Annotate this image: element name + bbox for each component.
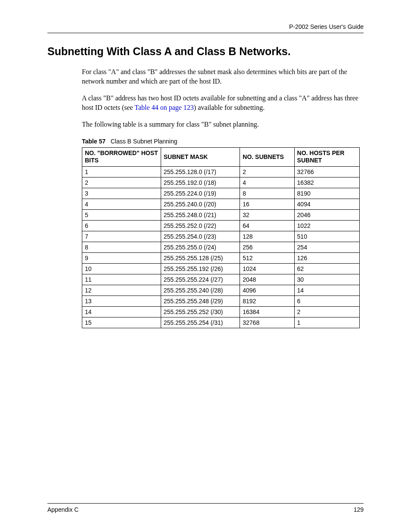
footer-left: Appendix C (47, 506, 78, 513)
table-row: 9255.255.255.128 (/25)512126 (82, 252, 360, 263)
table-row: 2255.255.192.0 (/18)416382 (82, 177, 360, 188)
cell-bits: 9 (82, 252, 161, 263)
cell-bits: 15 (82, 317, 161, 328)
cell-mask: 255.255.255.252 (/30) (161, 306, 240, 317)
table-row: 11255.255.255.224 (/27)204830 (82, 274, 360, 285)
cell-mask: 255.255.224.0 (/19) (161, 188, 240, 199)
table-row: 4255.255.240.0 (/20)164094 (82, 199, 360, 209)
cell-hosts: 2046 (294, 209, 359, 220)
cell-hosts: 6 (294, 296, 359, 306)
cell-subnets: 32768 (240, 317, 294, 328)
cell-bits: 3 (82, 188, 161, 199)
cell-subnets: 512 (240, 252, 294, 263)
cell-hosts: 2 (294, 306, 359, 317)
cell-bits: 1 (82, 166, 161, 177)
cell-bits: 6 (82, 220, 161, 231)
th-no-subnets: NO. SUBNETS (240, 147, 294, 166)
cell-mask: 255.255.240.0 (/20) (161, 199, 240, 209)
para2-post: ) available for subnetting. (194, 104, 265, 111)
cell-hosts: 254 (294, 242, 359, 252)
subnet-table: NO. "BORROWED" HOST BITS SUBNET MASK NO.… (82, 147, 360, 328)
cell-subnets: 256 (240, 242, 294, 252)
cell-hosts: 1 (294, 317, 359, 328)
cell-bits: 4 (82, 199, 161, 209)
table-row: 3255.255.224.0 (/19)88190 (82, 188, 360, 199)
cell-bits: 12 (82, 285, 161, 296)
th-hosts-per: NO. HOSTS PER SUBNET (294, 147, 359, 166)
cross-ref-link[interactable]: Table 44 on page 123 (134, 104, 194, 111)
section-title: Subnetting With Class A and Class B Netw… (47, 45, 364, 58)
cell-mask: 255.255.255.254 (/31) (161, 317, 240, 328)
cell-mask: 255.255.255.240 (/28) (161, 285, 240, 296)
cell-bits: 2 (82, 177, 161, 188)
cell-subnets: 16384 (240, 306, 294, 317)
cell-subnets: 2 (240, 166, 294, 177)
cell-bits: 5 (82, 209, 161, 220)
cell-mask: 255.255.128.0 (/17) (161, 166, 240, 177)
cell-hosts: 14 (294, 285, 359, 296)
table-caption-text: Class B Subnet Planning (111, 138, 177, 145)
cell-bits: 14 (82, 306, 161, 317)
cell-subnets: 4096 (240, 285, 294, 296)
cell-mask: 255.255.255.0 (/24) (161, 242, 240, 252)
cell-subnets: 32 (240, 209, 294, 220)
cell-bits: 7 (82, 231, 161, 242)
cell-subnets: 1024 (240, 263, 294, 274)
table-row: 10255.255.255.192 (/26)102462 (82, 263, 360, 274)
cell-hosts: 30 (294, 274, 359, 285)
cell-mask: 255.255.255.128 (/25) (161, 252, 240, 263)
cell-hosts: 126 (294, 252, 359, 263)
running-header: P-2002 Series User's Guide (47, 23, 364, 33)
table-caption: Table 57 Class B Subnet Planning (82, 138, 364, 145)
table-row: 1255.255.128.0 (/17)232766 (82, 166, 360, 177)
cell-subnets: 128 (240, 231, 294, 242)
th-borrowed-bits: NO. "BORROWED" HOST BITS (82, 147, 161, 166)
cell-subnets: 8192 (240, 296, 294, 306)
table-row: 5255.255.248.0 (/21)322046 (82, 209, 360, 220)
table-header-row: NO. "BORROWED" HOST BITS SUBNET MASK NO.… (82, 147, 360, 166)
page-footer: Appendix C 129 (47, 503, 364, 513)
cell-mask: 255.255.252.0 (/22) (161, 220, 240, 231)
table-row: 7255.255.254.0 (/23)128510 (82, 231, 360, 242)
table-row: 13255.255.255.248 (/29)81926 (82, 296, 360, 306)
cell-subnets: 64 (240, 220, 294, 231)
table-caption-label: Table 57 (82, 138, 106, 145)
table-row: 6255.255.252.0 (/22)641022 (82, 220, 360, 231)
table-row: 8255.255.255.0 (/24)256254 (82, 242, 360, 252)
cell-subnets: 8 (240, 188, 294, 199)
cell-hosts: 62 (294, 263, 359, 274)
paragraph-3: The following table is a summary for cla… (82, 120, 364, 129)
guide-title: P-2002 Series User's Guide (289, 23, 364, 30)
body-text: For class "A" and class "B" addresses th… (82, 67, 364, 129)
table-row: 15255.255.255.254 (/31)327681 (82, 317, 360, 328)
cell-subnets: 16 (240, 199, 294, 209)
paragraph-1: For class "A" and class "B" addresses th… (82, 67, 364, 86)
cell-hosts: 16382 (294, 177, 359, 188)
cell-bits: 8 (82, 242, 161, 252)
cell-mask: 255.255.255.192 (/26) (161, 263, 240, 274)
cell-mask: 255.255.255.248 (/29) (161, 296, 240, 306)
table-row: 14255.255.255.252 (/30)163842 (82, 306, 360, 317)
cell-mask: 255.255.248.0 (/21) (161, 209, 240, 220)
subnet-table-body: 1255.255.128.0 (/17)2327662255.255.192.0… (82, 166, 360, 328)
cell-hosts: 4094 (294, 199, 359, 209)
cell-hosts: 510 (294, 231, 359, 242)
cell-subnets: 4 (240, 177, 294, 188)
cell-hosts: 1022 (294, 220, 359, 231)
page: P-2002 Series User's Guide Subnetting Wi… (0, 0, 411, 532)
cell-bits: 13 (82, 296, 161, 306)
th-subnet-mask: SUBNET MASK (161, 147, 240, 166)
cell-mask: 255.255.254.0 (/23) (161, 231, 240, 242)
cell-bits: 11 (82, 274, 161, 285)
cell-subnets: 2048 (240, 274, 294, 285)
paragraph-2: A class "B" address has two host ID octe… (82, 93, 364, 112)
cell-bits: 10 (82, 263, 161, 274)
table-row: 12255.255.255.240 (/28)409614 (82, 285, 360, 296)
footer-right: 129 (354, 506, 364, 513)
cell-hosts: 8190 (294, 188, 359, 199)
cell-mask: 255.255.255.224 (/27) (161, 274, 240, 285)
cell-hosts: 32766 (294, 166, 359, 177)
cell-mask: 255.255.192.0 (/18) (161, 177, 240, 188)
